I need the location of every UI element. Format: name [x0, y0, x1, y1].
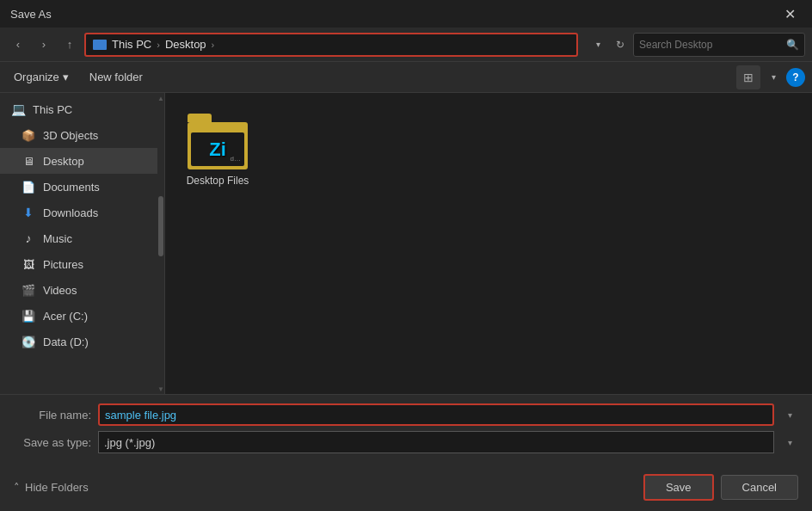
sidebar-item-desktop[interactable]: 🖥 Desktop	[0, 148, 164, 174]
search-icon[interactable]: 🔍	[786, 39, 799, 51]
organize-chevron: ▾	[63, 71, 69, 83]
back-button[interactable]: ‹	[7, 34, 29, 56]
sidebar-label-pictures: Pictures	[43, 258, 83, 271]
forward-button[interactable]: ›	[33, 34, 55, 56]
main-area: 💻 This PC 📦 3D Objects 🖥 Desktop 📄 Docum…	[0, 93, 812, 394]
view-dropdown[interactable]: ▾	[767, 65, 779, 89]
search-bar[interactable]: 🔍	[633, 33, 805, 57]
file-area[interactable]: Zi d… Desktop Files	[165, 93, 812, 394]
sidebar-label-documents: Documents	[43, 181, 100, 194]
folder-content: Zi d…	[191, 132, 244, 166]
sidebar-item-downloads[interactable]: ⬇ Downloads	[0, 200, 164, 225]
videos-icon: 🎬	[21, 282, 36, 298]
titlebar: Save As ✕	[0, 0, 812, 28]
dialog-title: Save As	[10, 8, 52, 21]
sidebar-label-3d-objects: 3D Objects	[43, 129, 98, 142]
filename-label: File name:	[14, 409, 91, 422]
organize-button[interactable]: Organize ▾	[7, 67, 76, 87]
hide-folders-chevron: ˄	[14, 481, 20, 494]
sidebar-scrollbar: ▲ ▼	[157, 93, 164, 394]
sidebar-label-desktop: Desktop	[43, 155, 84, 168]
save-as-dialog: Save As ✕ ‹ › ↑ This PC › Desktop › ▾ ↻ …	[0, 0, 812, 511]
filetype-input[interactable]	[104, 436, 768, 449]
navbar: ‹ › ↑ This PC › Desktop › ▾ ↻ 🔍	[0, 28, 812, 62]
sidebar-item-pictures[interactable]: 🖼 Pictures	[0, 251, 164, 277]
desktop-icon: 🖥	[21, 153, 36, 169]
sidebar-item-acer-c[interactable]: 💾 Acer (C:)	[0, 303, 164, 329]
sidebar-item-videos[interactable]: 🎬 Videos	[0, 277, 164, 303]
filename-dropdown[interactable]: ▾	[781, 404, 798, 425]
filename-input[interactable]	[105, 409, 767, 422]
save-button[interactable]: Save	[643, 474, 714, 501]
sidebar-label-data-d: Data (D:)	[43, 336, 89, 348]
address-controls: ▾ ↻	[588, 34, 630, 56]
acer-c-icon: 💾	[21, 308, 36, 323]
new-folder-button[interactable]: New folder	[83, 67, 150, 87]
up-button[interactable]: ↑	[58, 34, 81, 56]
address-segment-thispc: This PC	[112, 38, 151, 51]
bottom-section: File name: ▾ Save as type: ▾	[0, 394, 812, 467]
address-dropdown[interactable]: ▾	[588, 34, 607, 56]
sidebar-label-this-pc: This PC	[33, 103, 72, 116]
toolbar: Organize ▾ New folder ⊞ ▾ ?	[0, 62, 812, 93]
pictures-icon: 🖼	[21, 256, 36, 272]
filetype-row: Save as type: ▾	[14, 431, 798, 453]
view-button[interactable]: ⊞	[736, 65, 760, 89]
documents-icon: 📄	[21, 179, 36, 194]
sidebar-scroll[interactable]: 💻 This PC 📦 3D Objects 🖥 Desktop 📄 Docum…	[0, 93, 164, 394]
sidebar-label-acer-c: Acer (C:)	[43, 310, 88, 323]
this-pc-icon: 💻	[10, 102, 26, 117]
folder-body: Zi d…	[188, 122, 248, 169]
folder-side-text: d…	[231, 155, 241, 163]
list-item[interactable]: Zi d… Desktop Files	[179, 107, 256, 194]
address-refresh[interactable]: ↻	[611, 34, 630, 56]
music-icon: ♪	[21, 231, 36, 246]
file-label: Desktop Files	[187, 175, 249, 187]
filename-row: File name: ▾	[14, 403, 798, 426]
sidebar-scrollbar-thumb	[158, 196, 163, 256]
search-input[interactable]	[639, 39, 783, 51]
help-button[interactable]: ?	[786, 68, 805, 87]
organize-label: Organize	[14, 71, 59, 83]
3d-objects-icon: 📦	[21, 127, 36, 143]
sidebar-label-music: Music	[43, 232, 72, 245]
sidebar-item-music[interactable]: ♪ Music	[0, 225, 164, 251]
filetype-input-wrap[interactable]	[98, 431, 774, 453]
sidebar: 💻 This PC 📦 3D Objects 🖥 Desktop 📄 Docum…	[0, 93, 165, 394]
folder-inner: Zi d…	[191, 132, 244, 166]
sidebar-item-data-d[interactable]: 💽 Data (D:)	[0, 329, 164, 354]
cancel-button[interactable]: Cancel	[721, 475, 798, 500]
sidebar-item-3d-objects[interactable]: 📦 3D Objects	[0, 122, 164, 148]
pc-icon	[93, 40, 107, 50]
filename-input-wrap[interactable]	[98, 403, 774, 426]
filetype-label: Save as type:	[14, 436, 91, 449]
sidebar-item-documents[interactable]: 📄 Documents	[0, 174, 164, 200]
folder-zi-text: Zi	[209, 139, 226, 161]
folder-icon-wrap: Zi d…	[188, 114, 248, 169]
hide-folders-button[interactable]: ˄ Hide Folders	[14, 481, 637, 494]
downloads-icon: ⬇	[21, 205, 36, 220]
data-d-icon: 💽	[21, 334, 36, 349]
close-button[interactable]: ✕	[778, 2, 802, 26]
new-folder-label: New folder	[89, 71, 143, 83]
sidebar-label-downloads: Downloads	[43, 206, 98, 219]
sidebar-scroll-up[interactable]: ▲	[157, 93, 164, 103]
sidebar-label-videos: Videos	[43, 284, 77, 297]
folder-tab	[188, 114, 212, 122]
sidebar-scroll-down[interactable]: ▼	[157, 384, 164, 394]
hide-folders-label: Hide Folders	[25, 481, 89, 494]
filetype-dropdown[interactable]: ▾	[781, 432, 798, 453]
footer-buttons: ˄ Hide Folders Save Cancel	[0, 467, 812, 511]
address-segment-desktop: Desktop	[165, 38, 206, 51]
address-bar[interactable]: This PC › Desktop ›	[84, 33, 578, 57]
sidebar-item-this-pc[interactable]: 💻 This PC	[0, 96, 164, 122]
